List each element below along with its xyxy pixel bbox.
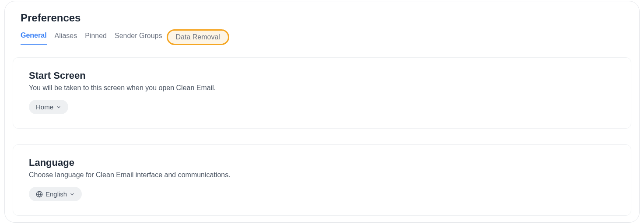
tab-aliases[interactable]: Aliases bbox=[55, 32, 77, 44]
tab-sender-groups[interactable]: Sender Groups bbox=[115, 32, 162, 44]
tabs: General Aliases Pinned Sender Groups Dat… bbox=[21, 29, 623, 47]
header-area: Preferences General Aliases Pinned Sende… bbox=[5, 12, 639, 47]
language-card: Language Choose language for Clean Email… bbox=[13, 144, 631, 216]
language-title: Language bbox=[29, 157, 615, 168]
page-title: Preferences bbox=[21, 12, 623, 24]
tab-pinned[interactable]: Pinned bbox=[85, 32, 107, 44]
language-selected: English bbox=[46, 190, 67, 198]
language-dropdown[interactable]: English bbox=[29, 187, 82, 201]
preferences-page: Preferences General Aliases Pinned Sende… bbox=[4, 1, 640, 223]
tab-data-removal[interactable]: Data Removal bbox=[167, 29, 229, 45]
chevron-down-icon bbox=[70, 192, 75, 197]
chevron-down-icon bbox=[56, 105, 61, 110]
start-screen-description: You will be taken to this screen when yo… bbox=[29, 84, 615, 92]
tab-data-removal-highlight: Data Removal bbox=[167, 29, 229, 47]
language-description: Choose language for Clean Email interfac… bbox=[29, 171, 615, 179]
tab-general[interactable]: General bbox=[21, 32, 47, 45]
cards-wrap: Start Screen You will be taken to this s… bbox=[5, 57, 639, 216]
start-screen-selected: Home bbox=[36, 103, 53, 111]
globe-icon bbox=[36, 191, 43, 198]
start-screen-dropdown[interactable]: Home bbox=[29, 100, 68, 114]
start-screen-title: Start Screen bbox=[29, 70, 615, 81]
start-screen-card: Start Screen You will be taken to this s… bbox=[13, 57, 631, 129]
